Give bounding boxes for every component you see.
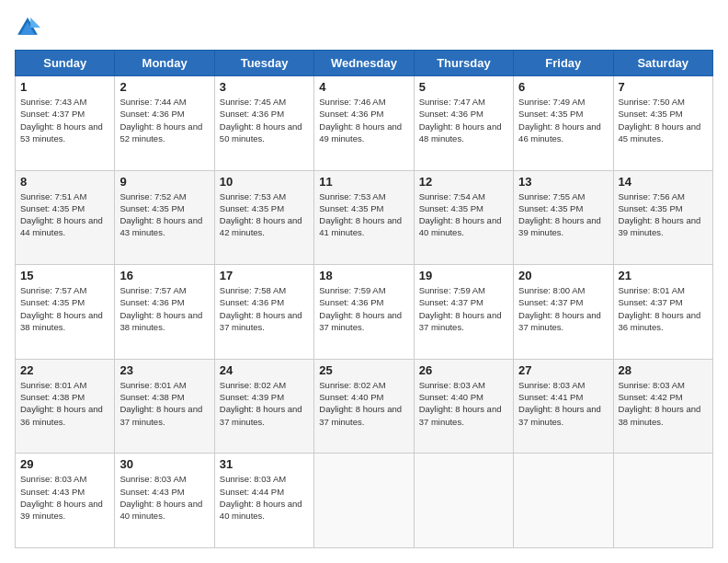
calendar-cell: 16 Sunrise: 7:57 AMSunset: 4:36 PMDaylig… <box>115 265 214 360</box>
day-number: 19 <box>419 269 508 282</box>
calendar-cell: 1 Sunrise: 7:43 AMSunset: 4:37 PMDayligh… <box>16 76 115 171</box>
day-number: 17 <box>220 269 309 282</box>
weekday-wednesday: Wednesday <box>314 51 414 76</box>
calendar-cell: 19 Sunrise: 7:59 AMSunset: 4:37 PMDaylig… <box>414 265 513 360</box>
day-number: 12 <box>419 175 508 189</box>
day-info: Sunrise: 7:49 AMSunset: 4:35 PMDaylight:… <box>518 96 608 144</box>
day-number: 11 <box>319 175 408 189</box>
page: SundayMondayTuesdayWednesdayThursdayFrid… <box>0 0 728 563</box>
day-number: 5 <box>419 80 508 94</box>
day-info: Sunrise: 8:02 AMSunset: 4:40 PMDaylight:… <box>319 379 408 428</box>
day-number: 10 <box>220 175 309 189</box>
day-info: Sunrise: 7:52 AMSunset: 4:35 PMDaylight:… <box>119 190 209 239</box>
day-number: 21 <box>619 269 708 282</box>
calendar-cell: 4 Sunrise: 7:46 AMSunset: 4:36 PMDayligh… <box>314 76 414 171</box>
day-info: Sunrise: 7:53 AMSunset: 4:35 PMDaylight:… <box>220 190 309 239</box>
calendar-cell: 10 Sunrise: 7:53 AMSunset: 4:35 PMDaylig… <box>214 170 313 265</box>
calendar-cell <box>314 454 414 548</box>
day-number: 13 <box>518 175 608 189</box>
weekday-tuesday: Tuesday <box>214 51 313 76</box>
calendar: SundayMondayTuesdayWednesdayThursdayFrid… <box>15 50 713 548</box>
calendar-week-2: 8 Sunrise: 7:51 AMSunset: 4:35 PMDayligh… <box>16 170 713 265</box>
weekday-thursday: Thursday <box>414 51 513 76</box>
day-number: 27 <box>518 363 608 377</box>
day-info: Sunrise: 7:47 AMSunset: 4:36 PMDaylight:… <box>419 96 508 144</box>
day-number: 31 <box>220 457 309 471</box>
day-number: 1 <box>20 80 109 94</box>
calendar-week-3: 15 Sunrise: 7:57 AMSunset: 4:35 PMDaylig… <box>16 265 713 360</box>
calendar-cell: 30 Sunrise: 8:03 AMSunset: 4:43 PMDaylig… <box>115 454 214 548</box>
calendar-cell: 15 Sunrise: 7:57 AMSunset: 4:35 PMDaylig… <box>16 265 115 360</box>
calendar-cell: 22 Sunrise: 8:01 AMSunset: 4:38 PMDaylig… <box>16 359 115 454</box>
day-info: Sunrise: 8:01 AMSunset: 4:38 PMDaylight:… <box>20 379 109 428</box>
calendar-cell: 3 Sunrise: 7:45 AMSunset: 4:36 PMDayligh… <box>214 76 313 171</box>
day-info: Sunrise: 7:43 AMSunset: 4:37 PMDaylight:… <box>20 96 109 144</box>
day-info: Sunrise: 7:50 AMSunset: 4:35 PMDaylight:… <box>619 96 708 144</box>
day-number: 23 <box>119 363 209 377</box>
day-info: Sunrise: 7:59 AMSunset: 4:37 PMDaylight:… <box>419 284 508 333</box>
logo-icon <box>15 15 40 40</box>
calendar-cell: 24 Sunrise: 8:02 AMSunset: 4:39 PMDaylig… <box>214 359 313 454</box>
calendar-cell: 12 Sunrise: 7:54 AMSunset: 4:35 PMDaylig… <box>414 170 513 265</box>
calendar-cell: 27 Sunrise: 8:03 AMSunset: 4:41 PMDaylig… <box>514 359 613 454</box>
day-number: 20 <box>518 269 608 282</box>
day-number: 26 <box>419 363 508 377</box>
calendar-cell <box>414 454 513 548</box>
svg-marker-2 <box>30 17 40 28</box>
calendar-cell: 29 Sunrise: 8:03 AMSunset: 4:43 PMDaylig… <box>16 454 115 548</box>
calendar-cell: 25 Sunrise: 8:02 AMSunset: 4:40 PMDaylig… <box>314 359 414 454</box>
calendar-week-4: 22 Sunrise: 8:01 AMSunset: 4:38 PMDaylig… <box>16 359 713 454</box>
day-number: 6 <box>518 80 608 94</box>
calendar-cell: 9 Sunrise: 7:52 AMSunset: 4:35 PMDayligh… <box>115 170 214 265</box>
weekday-friday: Friday <box>514 51 613 76</box>
logo <box>15 15 44 40</box>
day-number: 3 <box>220 80 309 94</box>
day-info: Sunrise: 7:51 AMSunset: 4:35 PMDaylight:… <box>20 190 109 239</box>
calendar-cell: 17 Sunrise: 7:58 AMSunset: 4:36 PMDaylig… <box>214 265 313 360</box>
day-number: 28 <box>619 363 708 377</box>
day-number: 30 <box>119 457 209 471</box>
calendar-cell: 14 Sunrise: 7:56 AMSunset: 4:35 PMDaylig… <box>613 170 712 265</box>
weekday-sunday: Sunday <box>16 51 115 76</box>
day-info: Sunrise: 8:03 AMSunset: 4:43 PMDaylight:… <box>20 473 109 522</box>
calendar-cell: 7 Sunrise: 7:50 AMSunset: 4:35 PMDayligh… <box>613 76 712 171</box>
day-number: 18 <box>319 269 408 282</box>
calendar-cell: 8 Sunrise: 7:51 AMSunset: 4:35 PMDayligh… <box>16 170 115 265</box>
day-number: 24 <box>220 363 309 377</box>
day-number: 9 <box>119 175 209 189</box>
calendar-cell: 21 Sunrise: 8:01 AMSunset: 4:37 PMDaylig… <box>613 265 712 360</box>
day-number: 15 <box>20 269 109 282</box>
day-info: Sunrise: 7:46 AMSunset: 4:36 PMDaylight:… <box>319 96 408 144</box>
weekday-saturday: Saturday <box>613 51 712 76</box>
day-number: 16 <box>119 269 209 282</box>
day-number: 14 <box>619 175 708 189</box>
calendar-cell: 18 Sunrise: 7:59 AMSunset: 4:36 PMDaylig… <box>314 265 414 360</box>
day-info: Sunrise: 8:01 AMSunset: 4:37 PMDaylight:… <box>619 284 708 333</box>
calendar-cell <box>613 454 712 548</box>
day-info: Sunrise: 8:03 AMSunset: 4:40 PMDaylight:… <box>419 379 508 428</box>
day-info: Sunrise: 7:57 AMSunset: 4:35 PMDaylight:… <box>20 284 109 333</box>
calendar-cell: 13 Sunrise: 7:55 AMSunset: 4:35 PMDaylig… <box>514 170 613 265</box>
day-info: Sunrise: 8:01 AMSunset: 4:38 PMDaylight:… <box>119 379 209 428</box>
day-number: 22 <box>20 363 109 377</box>
calendar-cell: 23 Sunrise: 8:01 AMSunset: 4:38 PMDaylig… <box>115 359 214 454</box>
day-info: Sunrise: 8:03 AMSunset: 4:43 PMDaylight:… <box>119 473 209 522</box>
day-info: Sunrise: 7:45 AMSunset: 4:36 PMDaylight:… <box>220 96 309 144</box>
weekday-header-row: SundayMondayTuesdayWednesdayThursdayFrid… <box>16 51 713 76</box>
day-info: Sunrise: 8:03 AMSunset: 4:44 PMDaylight:… <box>220 473 309 522</box>
day-info: Sunrise: 7:57 AMSunset: 4:36 PMDaylight:… <box>119 284 209 333</box>
calendar-cell: 20 Sunrise: 8:00 AMSunset: 4:37 PMDaylig… <box>514 265 613 360</box>
day-number: 7 <box>619 80 708 94</box>
day-info: Sunrise: 7:58 AMSunset: 4:36 PMDaylight:… <box>220 284 309 333</box>
calendar-cell: 28 Sunrise: 8:03 AMSunset: 4:42 PMDaylig… <box>613 359 712 454</box>
calendar-cell: 11 Sunrise: 7:53 AMSunset: 4:35 PMDaylig… <box>314 170 414 265</box>
weekday-monday: Monday <box>115 51 214 76</box>
header <box>15 15 713 40</box>
calendar-cell: 2 Sunrise: 7:44 AMSunset: 4:36 PMDayligh… <box>115 76 214 171</box>
calendar-cell <box>514 454 613 548</box>
day-info: Sunrise: 7:55 AMSunset: 4:35 PMDaylight:… <box>518 190 608 239</box>
day-info: Sunrise: 7:54 AMSunset: 4:35 PMDaylight:… <box>419 190 508 239</box>
day-info: Sunrise: 7:44 AMSunset: 4:36 PMDaylight:… <box>119 96 209 144</box>
calendar-cell: 5 Sunrise: 7:47 AMSunset: 4:36 PMDayligh… <box>414 76 513 171</box>
day-number: 29 <box>20 457 109 471</box>
